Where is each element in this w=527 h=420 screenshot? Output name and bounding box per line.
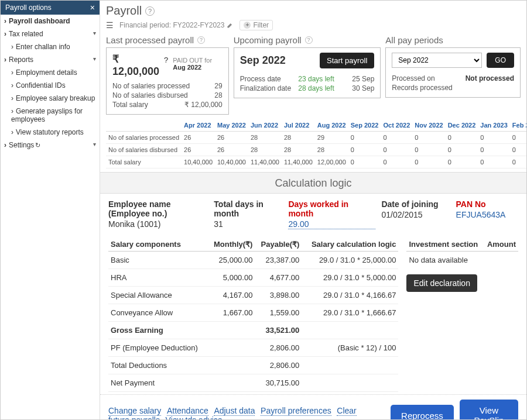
salary-row: PF (Employee Deduction)2,806.00(Basic * … xyxy=(108,339,398,357)
all-periods-card: All pay periods Sep 2022 GO Processed on… xyxy=(385,35,521,115)
month-header[interactable]: Aug 2022 xyxy=(315,119,348,132)
help-icon[interactable]: ? xyxy=(305,36,313,44)
month-grid: Apr 2022May 2022Jun 2022Jul 2022Aug 2022… xyxy=(100,119,526,172)
upcoming-title: Upcoming payroll xyxy=(234,35,302,45)
sidebar: Payroll options × Payroll dashboardTax r… xyxy=(1,1,100,419)
reload-icon: ↻ xyxy=(35,142,40,149)
footer-link[interactable]: Attendance xyxy=(167,406,208,416)
period-select[interactable]: Sep 2022 xyxy=(392,53,482,68)
footer: Change salary Attendance Adjust data Pay… xyxy=(100,394,526,419)
filter-chip[interactable]: + Filter xyxy=(239,20,273,30)
last-processed-card: Last processed payroll ? ₹ 12,00,000 ? P… xyxy=(106,35,229,115)
footer-link[interactable]: View tds advice xyxy=(166,415,223,419)
settings-sliders-icon[interactable]: ☰ xyxy=(106,20,114,30)
salary-row: HRA5,000.004,677.0029.0 / 31.0 * 5,000.0… xyxy=(108,269,398,287)
days-worked-link[interactable]: 29.00 xyxy=(288,218,375,229)
edit-icon[interactable] xyxy=(227,22,234,29)
sidebar-item[interactable]: Settings↻▾ xyxy=(1,139,100,152)
month-header[interactable]: Dec 2022 xyxy=(446,119,478,132)
month-header[interactable]: Jan 2023 xyxy=(478,119,509,132)
chevron-down-icon: ▾ xyxy=(93,30,96,36)
sidebar-item[interactable]: View statutory reports xyxy=(1,126,100,139)
edit-declaration-button[interactable]: Edit declaration xyxy=(406,274,477,292)
financial-period-label: Financial period: FY2022-FY2023 xyxy=(119,21,224,29)
sidebar-item[interactable]: Employment details xyxy=(1,66,100,79)
month-header[interactable]: Jul 2022 xyxy=(282,119,315,132)
investment-head: Investment section xyxy=(406,237,483,252)
month-header[interactable]: May 2022 xyxy=(215,119,248,132)
sidebar-item[interactable]: Reports▾ xyxy=(1,53,100,66)
plus-icon: + xyxy=(244,22,251,29)
period-row: Processed onNot processed xyxy=(392,74,514,83)
page-title: Payroll xyxy=(106,4,142,18)
total-days-val: 31 xyxy=(214,218,282,229)
help-icon[interactable]: ? xyxy=(197,36,205,44)
footer-link[interactable]: Change salary xyxy=(108,406,161,416)
salary-row: Gross Earning33,521.00 xyxy=(108,322,398,339)
stat-row: No of salaries disbursed28 xyxy=(112,91,223,100)
upcoming-row: Finalization date28 days left30 Sep xyxy=(240,84,375,93)
upcoming-month: Sep 2022 xyxy=(240,54,286,67)
sidebar-item[interactable]: Generate payslips for employees xyxy=(1,105,100,126)
month-header[interactable]: Nov 2022 xyxy=(412,119,445,132)
salary-row: Basic25,000.0023,387.0029.0 / 31.0 * 25,… xyxy=(108,252,398,269)
salary-row: Special Allowance4,167.003,898.0029.0 / … xyxy=(108,287,398,304)
filter-label: Filter xyxy=(253,21,269,29)
salary-table: Salary componentsMonthly(₹)Payable(₹)Sal… xyxy=(108,237,398,392)
close-icon[interactable]: × xyxy=(90,3,95,12)
salary-row: Total Deductions2,806.00 xyxy=(108,357,398,374)
sidebar-item[interactable]: Confidential IDs xyxy=(1,79,100,92)
emp-name-head: Employee name (Employee no.) xyxy=(108,199,208,218)
salary-row: Conveyance Allow1,667.001,559.0029.0 / 3… xyxy=(108,304,398,322)
month-header[interactable]: Oct 2022 xyxy=(381,119,412,132)
last-title: Last processed payroll xyxy=(106,35,194,45)
period-row: Records processed xyxy=(392,83,514,92)
upcoming-row: Process date23 days left25 Sep xyxy=(240,74,375,84)
month-header[interactable]: Jun 2022 xyxy=(248,119,282,132)
footer-link[interactable]: Payroll preferences xyxy=(261,406,331,416)
sidebar-title: Payroll options xyxy=(5,4,52,12)
financial-period[interactable]: Financial period: FY2022-FY2023 xyxy=(119,21,234,29)
app-root: Payroll options × Payroll dashboardTax r… xyxy=(0,0,527,420)
reprocess-button[interactable]: Reprocess xyxy=(391,405,454,420)
filter-row: ☰ Financial period: FY2022-FY2023 + Filt… xyxy=(100,19,526,35)
sidebar-item[interactable]: Enter challan info xyxy=(1,40,100,53)
sidebar-item[interactable]: Tax related▾ xyxy=(1,27,100,40)
main-content: Payroll ? ☰ Financial period: FY2022-FY2… xyxy=(100,1,526,419)
upcoming-card: Upcoming payroll ? Sep 2022 Start payrol… xyxy=(234,35,381,115)
help-icon[interactable]: ? xyxy=(164,56,168,64)
chevron-down-icon: ▾ xyxy=(93,141,96,147)
pan-val: EFJUA5643A xyxy=(456,209,518,219)
last-amount: ₹ 12,00,000 xyxy=(112,53,159,78)
investment-section: Investment section Amount No data availa… xyxy=(406,237,518,392)
card-title: All pay periods xyxy=(385,35,521,45)
last-amount-row: ₹ 12,00,000 ? PAID OUT for Aug 2022 xyxy=(112,53,223,78)
sidebar-item[interactable]: Employee salary breakup xyxy=(1,92,100,105)
summary-cards: Last processed payroll ? ₹ 12,00,000 ? P… xyxy=(100,35,526,119)
sidebar-header: Payroll options × xyxy=(1,1,100,15)
sidebar-item[interactable]: Payroll dashboard xyxy=(1,15,100,27)
footer-link[interactable]: Adjust data xyxy=(214,406,255,416)
stat-row: No of salaries processed29 xyxy=(112,81,223,91)
sidebar-list: Payroll dashboardTax related▾Enter chall… xyxy=(1,15,100,152)
employee-header: Employee name (Employee no.) Monika (100… xyxy=(100,194,526,232)
help-icon[interactable]: ? xyxy=(145,6,155,16)
start-payroll-button[interactable]: Start payroll xyxy=(320,53,374,68)
month-header[interactable]: Sep 2022 xyxy=(348,119,381,132)
emp-name-val: Monika (1001) xyxy=(108,218,208,229)
detail-row: Salary componentsMonthly(₹)Payable(₹)Sal… xyxy=(100,232,526,394)
allperiods-title: All pay periods xyxy=(385,35,443,45)
card-title: Upcoming payroll ? xyxy=(234,35,381,45)
month-header[interactable]: Apr 2022 xyxy=(182,119,215,132)
pan-head: PAN No xyxy=(456,199,518,209)
chevron-down-icon: ▾ xyxy=(93,56,96,62)
card-title: Last processed payroll ? xyxy=(106,35,229,45)
no-data-label: No data available xyxy=(406,252,518,269)
month-header[interactable]: Feb 2023 xyxy=(510,119,526,132)
go-button[interactable]: GO xyxy=(487,53,514,68)
days-worked-head: Days worked in month xyxy=(288,199,375,218)
paid-out-label: PAID OUT for Aug 2022 xyxy=(173,57,222,71)
view-payslip-button[interactable]: View PaySlip xyxy=(460,400,518,419)
stat-row: Total salary₹ 12,00,000 xyxy=(112,100,223,109)
page-title-row: Payroll ? xyxy=(100,1,526,19)
